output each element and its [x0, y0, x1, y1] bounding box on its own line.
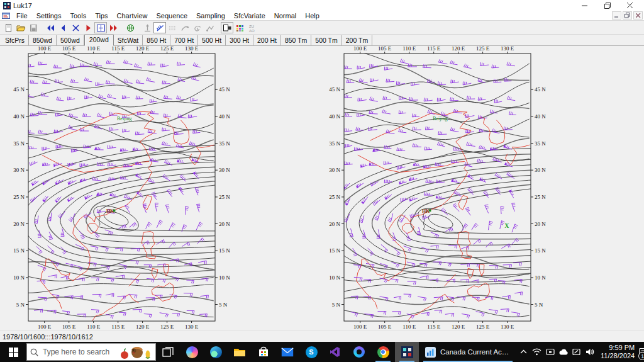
start-button[interactable]: [0, 342, 26, 362]
color-grid-button[interactable]: [233, 22, 246, 33]
wifi-icon[interactable]: [530, 342, 543, 362]
svg-text:10 N: 10 N: [219, 274, 230, 281]
tab-sfcprs[interactable]: SfcPrs: [1, 35, 29, 45]
mail-icon[interactable]: [275, 342, 299, 362]
microsoft-store-icon[interactable]: [252, 342, 275, 362]
tab-200wd[interactable]: 200wd: [84, 35, 114, 46]
chevron-up-icon[interactable]: [517, 342, 530, 362]
open-file-button[interactable]: [14, 22, 27, 33]
taskbar-clock[interactable]: 9:59 PM 11/28/2024: [596, 344, 639, 360]
menu-sampling[interactable]: Sampling: [192, 11, 230, 21]
virtual-desktop-icon[interactable]: [543, 342, 557, 362]
minimize-icon[interactable]: [574, 0, 596, 11]
tab-850ht[interactable]: 850 Ht: [143, 35, 170, 45]
svg-text:115 E: 115 E: [427, 324, 440, 329]
svg-text:40 N: 40 N: [535, 113, 546, 120]
level-tab-bar: SfcPrs 850wd 500wd 200wd SfcWat 850 Ht 7…: [0, 35, 644, 46]
tab-200ht[interactable]: 200 Ht: [253, 35, 281, 45]
menu-sfcvariate[interactable]: SfcVariate: [230, 11, 270, 21]
svg-text:130 E: 130 E: [501, 324, 514, 329]
svg-text:30 N: 30 N: [13, 167, 25, 173]
svg-text:AO: AO: [249, 28, 255, 32]
streamline-button[interactable]: [179, 22, 191, 33]
menu-file[interactable]: File: [12, 11, 32, 21]
menu-help[interactable]: Help: [301, 11, 324, 21]
thanksgiving-art-icon[interactable]: [119, 344, 152, 359]
new-document-button[interactable]: [2, 22, 14, 33]
edge-icon[interactable]: [204, 342, 228, 362]
svg-text:ZU: ZU: [249, 25, 254, 28]
chrome-icon[interactable]: [371, 342, 395, 362]
svg-text:120 E: 120 E: [136, 324, 150, 329]
ink-workspace-icon[interactable]: [570, 342, 583, 362]
zoom-auto-button[interactable]: ZUAO: [246, 22, 258, 33]
window-layout-button[interactable]: [221, 22, 233, 33]
tab-200tm[interactable]: 200 Tm: [342, 35, 372, 45]
menu-settings[interactable]: Settings: [32, 11, 66, 21]
status-bar: 1978/10/1600:::1978/10/1612: [0, 331, 644, 342]
child-minimize-icon[interactable]: [612, 11, 621, 20]
step-back-button[interactable]: [57, 22, 69, 33]
split-window-button[interactable]: [94, 22, 107, 33]
close-icon[interactable]: [619, 0, 641, 11]
svg-text:45 N: 45 N: [13, 86, 25, 93]
volume-icon[interactable]: [583, 342, 596, 362]
svg-text:105 E: 105 E: [378, 46, 392, 52]
svg-text:20 N: 20 N: [535, 221, 546, 227]
title-bar: Luk17: [0, 0, 644, 11]
child-restore-icon[interactable]: [623, 11, 632, 20]
clock-date: 11/28/2024: [601, 352, 635, 359]
toolbar: ZUAO: [0, 21, 644, 35]
tab-sfcwat[interactable]: SfcWat: [114, 35, 143, 45]
menu-tips[interactable]: Tips: [91, 11, 112, 21]
play-button[interactable]: [82, 22, 94, 33]
chart-client-area: 100 E100 E105 E105 E110 E110 E115 E115 E…: [0, 46, 644, 331]
svg-text:35 N: 35 N: [13, 140, 25, 147]
wind-chart-right[interactable]: 100 E100 E105 E105 E110 E110 E115 E115 E…: [326, 46, 548, 332]
mdi-child-icon[interactable]: [2, 12, 10, 20]
svg-text:120 E: 120 E: [452, 324, 465, 329]
skype-icon[interactable]: S: [299, 342, 323, 362]
trajectory-button[interactable]: [204, 22, 216, 33]
luk17-taskbar-icon[interactable]: [395, 342, 419, 362]
cancel-button[interactable]: [69, 22, 82, 33]
tab-500tm[interactable]: 500 Tm: [311, 35, 341, 45]
search-input[interactable]: Type here to search: [26, 343, 156, 361]
tab-850wd[interactable]: 850wd: [29, 35, 57, 45]
canada-account-window-button[interactable]: Canada Current Acco...: [419, 342, 517, 362]
menu-tools[interactable]: Tools: [65, 11, 91, 21]
file-explorer-icon[interactable]: [228, 342, 252, 362]
restore-icon[interactable]: [596, 0, 619, 11]
tab-300ht[interactable]: 300 Ht: [226, 35, 253, 45]
child-close-icon[interactable]: [633, 11, 643, 20]
menu-chartview[interactable]: Chartview: [113, 11, 152, 21]
tab-700ht[interactable]: 700 Ht: [170, 35, 198, 45]
svg-text:35 N: 35 N: [219, 140, 230, 147]
fast-forward-button[interactable]: [107, 22, 119, 33]
menu-sequence[interactable]: Sequence: [152, 11, 192, 21]
svg-text:30 N: 30 N: [329, 167, 340, 173]
menu-normal[interactable]: Normal: [270, 11, 301, 21]
search-icon: [30, 348, 38, 356]
globe-button[interactable]: [124, 22, 136, 33]
svg-text:130 E: 130 E: [185, 324, 199, 329]
task-view-icon[interactable]: [156, 342, 180, 362]
wind-barb-button[interactable]: [153, 22, 166, 33]
rewind-button[interactable]: [44, 22, 57, 33]
onedrive-icon[interactable]: [557, 342, 570, 362]
svg-text:45 N: 45 N: [219, 86, 230, 93]
tab-500ht[interactable]: 500 Ht: [198, 35, 226, 45]
tab-850tm[interactable]: 850 Tm: [281, 35, 311, 45]
save-button[interactable]: [27, 22, 40, 33]
loop-icon[interactable]: [347, 342, 371, 362]
tab-500wd[interactable]: 500wd: [57, 35, 84, 45]
copilot-icon[interactable]: [180, 342, 204, 362]
section-lines-button[interactable]: [166, 22, 179, 33]
wind-chart-left[interactable]: 100 E100 E105 E105 E110 E110 E115 E115 E…: [11, 46, 232, 332]
svg-text:Beijing: Beijing: [117, 116, 132, 122]
notification-center-icon[interactable]: 1: [639, 342, 644, 362]
visual-studio-icon[interactable]: [323, 342, 347, 362]
svg-text:120 E: 120 E: [136, 46, 150, 52]
vorticity-button[interactable]: [191, 22, 204, 33]
vertical-profile-button[interactable]: [141, 22, 153, 33]
